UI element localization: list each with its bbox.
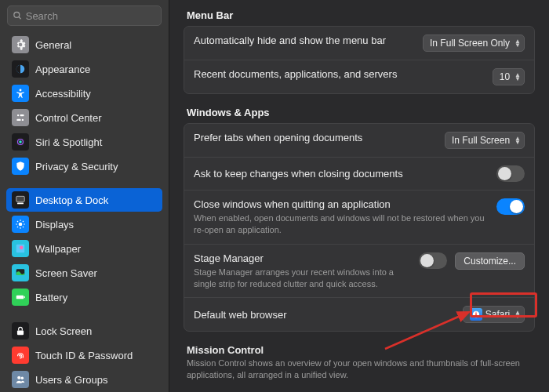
control-center-icon — [12, 109, 29, 126]
sidebar-item-label: Lock Screen — [35, 325, 92, 337]
sidebar-item-label: Screen Saver — [35, 267, 97, 279]
sidebar-item-label: Touch ID & Password — [35, 350, 133, 361]
sidebar-item-privacy-security[interactable]: Privacy & Security — [6, 154, 162, 178]
sidebar: GeneralAppearanceAccessibilityControl Ce… — [0, 0, 169, 392]
svg-point-4 — [17, 114, 19, 116]
sidebar-item-displays[interactable]: Displays — [6, 212, 162, 236]
sidebar-item-label: Displays — [35, 219, 74, 230]
updown-icon: ▲▼ — [514, 39, 521, 47]
ask-label: Ask to keep changes when closing documen… — [194, 168, 489, 180]
tabs-label: Prefer tabs when opening documents — [194, 132, 437, 143]
svg-point-10 — [19, 140, 22, 143]
svg-rect-12 — [17, 203, 24, 205]
content-pane: Menu Bar Automatically hide and show the… — [169, 0, 549, 392]
svg-rect-11 — [16, 196, 25, 201]
section-windows-apps-title: Windows & Apps — [187, 107, 532, 118]
dock-icon — [12, 191, 29, 209]
mission-control-title: Mission Control — [187, 344, 532, 356]
svg-rect-26 — [24, 296, 25, 298]
close-label: Close windows when quitting an applicati… — [194, 198, 489, 210]
users-icon — [12, 371, 29, 388]
sidebar-list: GeneralAppearanceAccessibilityControl Ce… — [0, 31, 169, 392]
svg-point-3 — [20, 89, 22, 91]
updown-icon: ▲▼ — [514, 136, 521, 144]
sidebar-item-label: Appearance — [35, 64, 90, 75]
sidebar-item-label: Control Center — [35, 112, 102, 124]
search-input[interactable] — [26, 10, 156, 22]
svg-point-13 — [19, 223, 23, 227]
sidebar-item-label: General — [35, 39, 71, 51]
sidebar-item-control-center[interactable]: Control Center — [6, 106, 162, 129]
sidebar-item-label: Accessibility — [35, 88, 91, 100]
svg-line-21 — [17, 227, 18, 227]
displays-icon — [12, 216, 29, 233]
sidebar-item-accessibility[interactable]: Accessibility — [6, 82, 162, 105]
sidebar-item-label: Wallpaper — [35, 243, 81, 255]
sidebar-item-desktop-dock[interactable]: Desktop & Dock — [6, 188, 162, 212]
siri-icon — [12, 133, 29, 151]
sidebar-item-label: Desktop & Dock — [35, 194, 108, 206]
autohide-label: Automatically hide and show the menu bar — [194, 34, 415, 46]
svg-line-1 — [19, 17, 21, 20]
accessibility-icon — [12, 85, 29, 102]
appearance-icon — [12, 60, 29, 78]
svg-line-18 — [17, 221, 18, 222]
browser-popup[interactable]: Safari ▲▼ — [463, 306, 525, 323]
section-menu-bar-title: Menu Bar — [187, 9, 532, 21]
stage-label: Stage Manager — [194, 252, 411, 264]
svg-line-20 — [23, 221, 24, 222]
stage-customize-button[interactable]: Customize... — [455, 252, 525, 270]
sidebar-item-users-groups[interactable]: Users & Groups — [6, 368, 162, 391]
browser-label: Default web browser — [194, 309, 455, 321]
svg-rect-5 — [20, 114, 24, 116]
sidebar-item-wallpaper[interactable]: Wallpaper — [6, 237, 162, 260]
close-sub: When enabled, open documents and windows… — [194, 212, 489, 236]
windows-apps-card: Prefer tabs when opening documents In Fu… — [184, 123, 535, 332]
sidebar-item-screen-saver[interactable]: Screen Saver — [6, 261, 162, 285]
privacy-icon — [12, 158, 29, 175]
svg-point-28 — [17, 376, 20, 379]
search-field[interactable] — [7, 5, 162, 26]
battery-icon — [12, 289, 29, 306]
svg-rect-25 — [16, 296, 24, 299]
sidebar-item-label: Siri & Spotlight — [35, 136, 102, 148]
autohide-value: In Full Screen Only — [430, 38, 510, 49]
sidebar-item-siri-spotlight[interactable]: Siri & Spotlight — [6, 130, 162, 154]
recent-popup[interactable]: 10 ▲▼ — [493, 68, 525, 85]
stage-sub: Stage Manager arranges your recent windo… — [194, 267, 411, 290]
tabs-popup[interactable]: In Full Screen ▲▼ — [445, 132, 525, 149]
svg-line-19 — [23, 227, 24, 227]
svg-point-0 — [14, 12, 20, 17]
sidebar-item-label: Battery — [35, 292, 67, 303]
search-icon — [13, 10, 23, 21]
updown-icon: ▲▼ — [514, 310, 521, 318]
gear-icon — [12, 36, 29, 53]
svg-rect-27 — [17, 330, 24, 335]
safari-icon — [470, 308, 482, 321]
stage-switch[interactable] — [419, 252, 447, 269]
mission-control-desc: Mission Control shows an overview of you… — [187, 358, 532, 381]
autohide-popup[interactable]: In Full Screen Only ▲▼ — [423, 34, 525, 52]
screensaver-icon — [12, 264, 29, 281]
sidebar-item-battery[interactable]: Battery — [6, 285, 162, 309]
recent-value: 10 — [500, 71, 510, 82]
close-switch[interactable] — [496, 198, 525, 215]
svg-point-6 — [22, 119, 24, 121]
ask-switch[interactable] — [496, 165, 525, 182]
sidebar-item-lock-screen[interactable]: Lock Screen — [6, 319, 162, 343]
sidebar-item-label: Privacy & Security — [35, 161, 118, 172]
svg-point-23 — [20, 246, 24, 250]
svg-point-29 — [21, 377, 24, 380]
recent-label: Recent documents, applications, and serv… — [194, 68, 485, 80]
sidebar-item-label: Users & Groups — [35, 374, 107, 386]
sidebar-item-general[interactable]: General — [6, 33, 162, 56]
sidebar-item-touch-id-password[interactable]: Touch ID & Password — [6, 343, 162, 367]
lock-icon — [12, 322, 29, 339]
sidebar-item-appearance[interactable]: Appearance — [6, 57, 162, 81]
wallpaper-icon — [12, 240, 29, 257]
browser-value: Safari — [485, 309, 510, 320]
touchid-icon — [12, 347, 29, 364]
updown-icon: ▲▼ — [514, 73, 521, 81]
tabs-value: In Full Screen — [452, 135, 510, 146]
svg-rect-7 — [16, 119, 20, 121]
